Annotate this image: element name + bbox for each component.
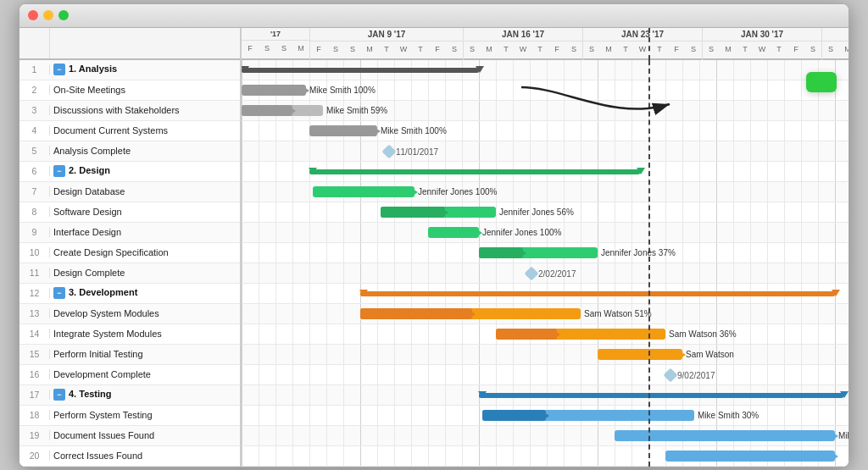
row-number: 1 xyxy=(19,64,50,75)
grid-line xyxy=(564,141,565,161)
cta-button[interactable] xyxy=(806,72,837,92)
row-number: 17 xyxy=(19,390,50,400)
group-bar-arrow-left xyxy=(309,168,317,174)
bar-label: Jennifer Jones 100% xyxy=(418,187,497,196)
row-number: 4 xyxy=(19,125,50,135)
grid-line xyxy=(292,304,293,323)
maximize-button[interactable] xyxy=(58,10,69,20)
grid-line xyxy=(292,243,293,263)
grid-line xyxy=(750,182,751,202)
grid-line xyxy=(750,304,751,323)
row-number: 12 xyxy=(19,288,50,298)
grid-line xyxy=(445,80,446,100)
group-icon: − xyxy=(53,389,65,401)
grid-line xyxy=(309,365,310,384)
grid-line xyxy=(665,162,666,181)
grid-line xyxy=(259,243,259,263)
bar-segment xyxy=(615,430,835,441)
grid-line xyxy=(259,385,259,405)
grid-line xyxy=(242,406,242,425)
day-label: T xyxy=(771,41,787,57)
grid-line xyxy=(411,223,412,242)
grid-line xyxy=(343,304,344,323)
grid-line xyxy=(377,345,378,364)
task-row-10: 10 Create Design Specification xyxy=(19,243,240,263)
grid-line xyxy=(784,141,785,161)
grid-line xyxy=(496,426,497,445)
grid-line xyxy=(648,223,649,242)
grid-line xyxy=(377,243,378,263)
grid-line xyxy=(835,141,836,161)
grid-line xyxy=(818,263,819,283)
grid-line xyxy=(259,223,259,242)
grid-line xyxy=(462,406,463,425)
row-label: Perform System Testing xyxy=(50,410,240,420)
grid-line xyxy=(598,202,598,222)
grid-line xyxy=(309,202,310,222)
grid-line xyxy=(801,324,802,344)
grid-line xyxy=(530,141,531,161)
grid-line xyxy=(682,162,683,181)
week-group: JAN 30 '17SMTWTFS xyxy=(703,28,822,60)
task-row-14: 14 Integrate System Modules xyxy=(19,324,240,345)
day-label: T xyxy=(617,41,634,57)
grid-line xyxy=(564,365,565,384)
grid-line xyxy=(699,121,700,141)
grid-line xyxy=(343,324,344,344)
grid-line xyxy=(648,141,649,161)
grid-line xyxy=(326,365,327,384)
grid-line xyxy=(818,162,819,181)
grid-line xyxy=(462,141,463,161)
grid-line xyxy=(377,141,378,161)
grid-line xyxy=(360,385,361,405)
minimize-button[interactable] xyxy=(43,10,53,20)
grid-line xyxy=(377,446,378,466)
group-bar-arrow-left xyxy=(242,66,249,73)
grid-line xyxy=(581,182,581,202)
grid-line xyxy=(360,223,361,242)
grid-line xyxy=(428,80,429,100)
grid-line xyxy=(835,406,836,425)
row-label: Analysis Complete xyxy=(50,146,240,156)
grid-line xyxy=(564,345,565,364)
grid-line xyxy=(750,263,751,283)
grid-line xyxy=(699,101,700,120)
day-label: S xyxy=(259,41,275,56)
grid-line xyxy=(496,345,497,364)
grid-line xyxy=(767,345,768,364)
grid-line xyxy=(343,263,344,283)
grid-line xyxy=(259,304,259,323)
grid-line xyxy=(818,304,819,323)
day-label: F xyxy=(548,41,565,57)
grid-line xyxy=(292,202,293,222)
grid-line xyxy=(360,202,361,222)
grid-line xyxy=(496,202,497,222)
group-bar-arrow-right xyxy=(840,391,849,398)
grid-line xyxy=(581,263,581,283)
bar-connector xyxy=(443,209,448,216)
grid-line xyxy=(750,243,751,263)
grid-line xyxy=(259,141,259,161)
grid-line xyxy=(496,141,497,161)
grid-line xyxy=(547,365,548,384)
grid-line xyxy=(581,223,581,242)
grid-line xyxy=(733,202,734,222)
row-number: 11 xyxy=(19,268,50,278)
grid-line xyxy=(411,324,412,344)
grid-line xyxy=(835,182,836,202)
close-button[interactable] xyxy=(28,10,38,20)
grid-line xyxy=(377,202,378,222)
grid-line xyxy=(428,365,429,384)
bar-segment xyxy=(665,451,835,462)
grid-line xyxy=(750,162,751,181)
day-label: F xyxy=(668,41,685,57)
grid-line xyxy=(767,101,768,120)
bar-connector xyxy=(291,108,296,114)
grid-line xyxy=(309,446,310,466)
grid-line xyxy=(242,263,242,283)
chart-row-8: Jennifer Jones 56% xyxy=(242,202,849,223)
grid-line xyxy=(479,406,480,425)
grid-line xyxy=(733,182,734,202)
row-label: −3. Development xyxy=(50,287,240,299)
grid-line xyxy=(360,243,361,263)
